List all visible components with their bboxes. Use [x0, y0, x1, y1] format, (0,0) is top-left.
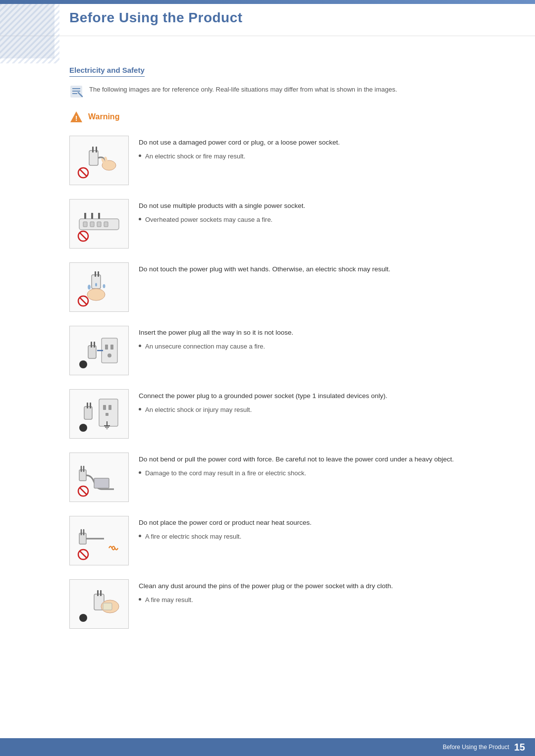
svg-point-36: [107, 353, 111, 357]
svg-rect-16: [90, 222, 94, 227]
svg-rect-66: [100, 590, 102, 596]
warning-bullet-2: Overheated power sockets may cause a fir…: [139, 215, 495, 225]
svg-rect-59: [79, 533, 86, 544]
warning-main-text-5: Connect the power plug to a grounded pow…: [139, 391, 495, 401]
svg-point-40: [79, 360, 87, 368]
warning-text-block-4: Insert the power plug all the way in so …: [139, 326, 495, 352]
page-footer: Before Using the Product 15: [0, 738, 535, 756]
bullet-dot-7: [139, 535, 141, 537]
warning-text-block-8: Clean any dust around the pins of the po…: [139, 579, 495, 605]
warning-main-text-3: Do not touch the power plug with wet han…: [139, 264, 495, 274]
warning-main-text-6: Do not bend or pull the power cord with …: [139, 454, 495, 464]
svg-point-27: [87, 289, 105, 301]
warning-text-block-2: Do not use multiple products with a sing…: [139, 199, 495, 225]
warning-main-text-2: Do not use multiple products with a sing…: [139, 201, 495, 211]
warning-image-1: [69, 136, 129, 185]
svg-line-10: [103, 159, 104, 163]
svg-rect-65: [97, 590, 99, 596]
warning-image-7: [69, 516, 129, 565]
note-block: The following images are for reference o…: [69, 85, 495, 100]
warning-bullet-6: Damage to the cord may result in a fire …: [139, 468, 495, 478]
bullet-dot-8: [139, 598, 141, 601]
svg-rect-15: [83, 222, 87, 227]
footer-text: Before Using the Product: [443, 744, 509, 751]
warning-bullet-7: A fire or electric shock may result.: [139, 532, 495, 542]
warning-text-block-1: Do not use a damaged power cord or plug,…: [139, 136, 495, 161]
svg-rect-33: [102, 338, 117, 363]
svg-rect-56: [94, 478, 109, 488]
warning-bullet-8: A fire may result.: [139, 595, 495, 605]
svg-rect-41: [99, 399, 118, 426]
warning-image-2: [69, 199, 129, 249]
warning-text-block-7: Do not place the power cord or product n…: [139, 516, 495, 542]
warning-bullet-4: An unsecure connection may cause a fire.: [139, 342, 495, 352]
warning-item: Do not touch the power plug with wet han…: [69, 262, 495, 312]
warning-image-6: [69, 453, 129, 502]
warning-image-5: [69, 389, 129, 439]
svg-rect-25: [95, 271, 96, 277]
svg-point-30: [95, 283, 97, 287]
svg-rect-24: [92, 275, 101, 289]
svg-rect-51: [90, 403, 91, 408]
warning-item: Insert the power plug all the way in so …: [69, 326, 495, 375]
footer-page-number: 15: [514, 742, 525, 753]
svg-line-11: [106, 158, 107, 161]
svg-point-52: [79, 424, 87, 432]
left-blue-block: [0, 4, 54, 58]
top-bar: [0, 0, 535, 4]
note-text: The following images are for reference o…: [89, 85, 397, 95]
warning-item: Clean any dust around the pins of the po…: [69, 579, 495, 629]
warning-item: Do not bend or pull the power cord with …: [69, 453, 495, 502]
warning-item: Do not use a damaged power cord or plug,…: [69, 136, 495, 185]
warning-main-text-4: Insert the power plug all the way in so …: [139, 328, 495, 338]
bullet-dot-1: [139, 154, 141, 157]
svg-line-58: [80, 488, 87, 495]
warning-main-text-7: Do not place the power cord or product n…: [139, 518, 495, 528]
svg-point-28: [88, 285, 91, 290]
warning-text-block-3: Do not touch the power plug with wet han…: [139, 262, 495, 278]
svg-rect-17: [97, 222, 101, 227]
warning-image-8: [69, 579, 129, 629]
svg-rect-68: [103, 603, 112, 610]
warning-main-text-8: Clean any dust around the pins of the po…: [139, 581, 495, 591]
warning-image-4: [69, 326, 129, 375]
svg-rect-50: [87, 403, 88, 408]
page-header: Before Using the Product: [0, 0, 535, 36]
warning-block: ! Warning: [69, 110, 495, 124]
svg-rect-7: [92, 147, 94, 152]
svg-rect-6: [89, 151, 98, 165]
note-icon: [69, 85, 83, 100]
svg-line-63: [80, 551, 87, 558]
svg-rect-18: [104, 222, 108, 227]
svg-point-29: [103, 284, 106, 288]
bullet-dot-6: [139, 471, 141, 474]
bullet-dot-2: [139, 218, 141, 220]
warning-image-3: [69, 262, 129, 312]
warning-text-block-5: Connect the power plug to a grounded pow…: [139, 389, 495, 415]
warning-item: Do not use multiple products with a sing…: [69, 199, 495, 249]
warning-main-text-1: Do not use a damaged power cord or plug,…: [139, 138, 495, 148]
svg-rect-34: [105, 345, 108, 350]
svg-line-13: [80, 169, 87, 176]
warning-text-block-6: Do not bend or pull the power cord with …: [139, 453, 495, 478]
svg-rect-53: [79, 470, 86, 481]
warning-bullet-5: An electric shock or injury may result.: [139, 405, 495, 415]
warning-item: Do not place the power cord or product n…: [69, 516, 495, 565]
svg-rect-26: [98, 271, 99, 277]
bullet-dot-5: [139, 408, 141, 410]
svg-rect-38: [91, 342, 92, 348]
svg-rect-35: [110, 345, 113, 350]
svg-rect-49: [84, 406, 92, 419]
main-content: Electricity and Safety The following ima…: [0, 41, 535, 682]
svg-rect-44: [106, 413, 108, 416]
svg-text:!: !: [75, 114, 78, 122]
svg-line-32: [80, 298, 87, 304]
warning-label: Warning: [88, 112, 119, 121]
svg-line-23: [80, 233, 87, 240]
svg-rect-39: [94, 342, 95, 348]
svg-rect-37: [88, 346, 96, 358]
svg-rect-8: [96, 147, 97, 152]
section-heading: Electricity and Safety: [69, 66, 145, 77]
page-title: Before Using the Product: [69, 10, 505, 26]
warning-triangle-icon: !: [69, 110, 83, 124]
